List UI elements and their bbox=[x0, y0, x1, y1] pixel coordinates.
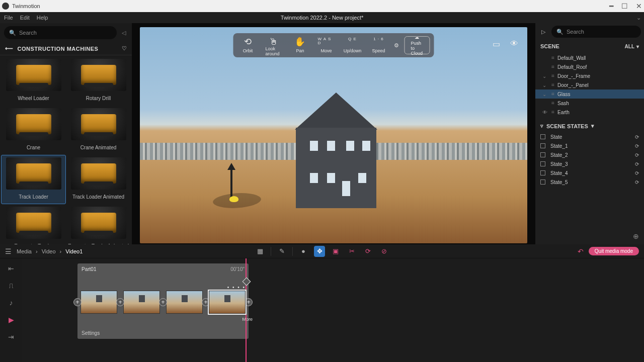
sync-button[interactable]: ⟳ bbox=[362, 246, 373, 257]
checkbox-icon[interactable] bbox=[540, 152, 545, 157]
checkbox-icon[interactable] bbox=[540, 134, 545, 139]
scene-filter-dropdown[interactable]: ALL ▾ bbox=[625, 44, 639, 49]
refresh-icon[interactable]: ⟳ bbox=[635, 179, 639, 185]
asset-rotary-drill[interactable]: Rotary Drill bbox=[66, 56, 131, 106]
refresh-icon[interactable]: ⟳ bbox=[635, 143, 639, 149]
refresh-icon[interactable]: ⟳ bbox=[635, 161, 639, 167]
checkbox-icon[interactable] bbox=[540, 179, 545, 185]
scene-search-input[interactable]: 🔍 Search bbox=[551, 26, 641, 38]
add-keyframe-button[interactable]: + bbox=[73, 298, 82, 306]
asset-crane[interactable]: Crane bbox=[1, 106, 66, 155]
menu-help[interactable]: Help bbox=[37, 15, 48, 21]
tree-row[interactable]: ⌗Sash bbox=[535, 99, 644, 108]
keyframe-tab-icon[interactable]: ⎍ bbox=[9, 282, 13, 290]
refresh-icon[interactable]: ⟳ bbox=[635, 152, 639, 158]
add-button[interactable]: ⊕ bbox=[535, 228, 644, 244]
state-row[interactable]: State_3⟳ bbox=[535, 159, 644, 168]
eye-icon[interactable]: ⌄ bbox=[542, 82, 546, 88]
add-keyframe-button[interactable]: + bbox=[245, 298, 253, 306]
tree-row[interactable]: ⌄⌗Door_-_Panel bbox=[535, 80, 644, 89]
timeline-part[interactable]: Part01 00'10" • • • • + + + + + More Set… bbox=[77, 263, 249, 339]
crumb-video[interactable]: Video bbox=[42, 248, 56, 254]
checkbox-icon[interactable] bbox=[540, 170, 545, 175]
menu-edit[interactable]: Edit bbox=[20, 15, 30, 21]
state-row[interactable]: State_4⟳ bbox=[535, 168, 644, 177]
library-search-input[interactable]: 🔍 Search bbox=[4, 26, 117, 39]
menu-icon[interactable]: ☰ bbox=[5, 247, 12, 255]
tree-row[interactable]: ⌗Default_Wall bbox=[535, 53, 644, 62]
playhead[interactable] bbox=[246, 258, 247, 362]
stop-button[interactable]: ⊘ bbox=[378, 246, 389, 257]
video-tab-icon[interactable]: ▶ bbox=[9, 316, 14, 324]
refresh-icon[interactable]: ⟳ bbox=[635, 170, 639, 176]
window-minimize-button[interactable]: ━ bbox=[609, 2, 613, 10]
more-label[interactable]: More bbox=[242, 317, 253, 322]
scene-states-heading[interactable]: ▿ SCENE STATES ▾ bbox=[535, 118, 644, 132]
gear-icon[interactable]: ⚙ bbox=[394, 42, 399, 49]
timeline-clip[interactable] bbox=[123, 291, 160, 314]
visibility-icon[interactable]: 👁 bbox=[510, 39, 518, 49]
nav-move[interactable]: W A S DMove bbox=[315, 36, 337, 54]
3d-viewport[interactable]: ⟲Orbit 🖱Look around ✋Pan W A S DMove Q E… bbox=[132, 23, 535, 244]
undo-button[interactable]: ↶ bbox=[578, 247, 584, 255]
state-row[interactable]: State⟳ bbox=[535, 132, 644, 141]
nav-speed[interactable]: 1 · 6Speed bbox=[368, 36, 389, 54]
chevron-down-icon[interactable]: ⌄ bbox=[636, 15, 641, 21]
audio-tab-icon[interactable]: ♪ bbox=[10, 299, 13, 307]
window-close-button[interactable]: ✕ bbox=[636, 2, 642, 10]
part-settings-button[interactable]: Settings bbox=[82, 330, 100, 336]
asset-excavator-tracks-animated[interactable]: Excavator Tracks Animated bbox=[66, 204, 131, 244]
placed-object[interactable] bbox=[229, 196, 238, 202]
timeline-clip[interactable] bbox=[209, 291, 246, 314]
window-maximize-button[interactable]: ☐ bbox=[621, 2, 628, 10]
play-icon[interactable]: ▷ bbox=[538, 29, 548, 35]
cut-button[interactable]: ✂ bbox=[346, 246, 357, 257]
brush-button[interactable]: ✎ bbox=[276, 246, 287, 257]
eye-icon[interactable]: ⌄ bbox=[542, 92, 546, 97]
add-keyframe-button[interactable]: + bbox=[159, 298, 167, 306]
favorite-icon[interactable]: ♡ bbox=[122, 45, 127, 52]
state-row[interactable]: State_5⟳ bbox=[535, 177, 644, 187]
nav-updown[interactable]: Q EUp/down bbox=[342, 36, 363, 54]
push-to-cloud-button[interactable]: ☁ Push to Cloud bbox=[404, 36, 430, 54]
asset-track-loader[interactable]: Track Loader bbox=[1, 155, 66, 204]
timeline-clip[interactable] bbox=[166, 291, 203, 314]
timeline-clip[interactable] bbox=[80, 291, 117, 314]
quit-media-mode-button[interactable]: Quit media mode bbox=[589, 247, 639, 255]
state-row[interactable]: State_1⟳ bbox=[535, 141, 644, 150]
translate-gizmo[interactable] bbox=[230, 168, 232, 198]
asset-crane-animated[interactable]: Crane Animated bbox=[66, 106, 131, 155]
crumb-media[interactable]: Media bbox=[17, 248, 32, 254]
asset-wheel-loader[interactable]: Wheel Loader bbox=[1, 56, 66, 106]
part-duration[interactable]: 00'10" bbox=[230, 266, 245, 272]
back-arrow-icon[interactable]: ⟵ bbox=[5, 45, 14, 52]
tree-row[interactable]: ⌄⌗Glass bbox=[535, 89, 644, 99]
tree-row[interactable]: ⌄⌗Door_-_Frame bbox=[535, 71, 644, 80]
part-name[interactable]: Part01 bbox=[82, 266, 96, 272]
eye-icon[interactable]: ⌄ bbox=[542, 73, 546, 79]
state-row[interactable]: State_2⟳ bbox=[535, 150, 644, 159]
asset-excavator-tracks[interactable]: Excavator Tracks bbox=[1, 204, 66, 244]
house-model[interactable] bbox=[296, 93, 376, 208]
eye-icon[interactable]: 👁 bbox=[542, 110, 547, 115]
tree-row[interactable]: 👁⌗Earth bbox=[535, 108, 644, 117]
import-tab-icon[interactable]: ⇤ bbox=[8, 264, 14, 273]
nav-orbit[interactable]: ⟲Orbit bbox=[237, 36, 258, 54]
export-tab-icon[interactable]: ⇥ bbox=[8, 333, 14, 341]
viewport-canvas[interactable]: ⟲Orbit 🖱Look around ✋Pan W A S DMove Q E… bbox=[140, 27, 527, 243]
asset-track-loader-animated[interactable]: Track Loader Animated bbox=[66, 155, 131, 204]
panel-collapse-button[interactable]: ◁ bbox=[120, 26, 128, 39]
checkbox-icon[interactable] bbox=[540, 143, 545, 148]
layout-icon[interactable]: ▭ bbox=[493, 39, 500, 49]
move-tool-button[interactable]: ✥ bbox=[314, 246, 325, 257]
nav-look-around[interactable]: 🖱Look around bbox=[263, 36, 284, 54]
add-keyframe-button[interactable]: + bbox=[116, 298, 124, 306]
nav-pan[interactable]: ✋Pan bbox=[289, 36, 310, 54]
marker-button[interactable]: ● bbox=[298, 246, 309, 257]
checkbox-icon[interactable] bbox=[540, 161, 545, 166]
menu-file[interactable]: File bbox=[4, 15, 13, 21]
refresh-icon[interactable]: ⟳ bbox=[635, 134, 639, 140]
tree-row[interactable]: ⌗Default_Roof bbox=[535, 62, 644, 71]
delete-button[interactable]: ▣ bbox=[330, 246, 341, 257]
timeline[interactable]: Part01 00'10" • • • • + + + + + More Set… bbox=[22, 258, 644, 362]
